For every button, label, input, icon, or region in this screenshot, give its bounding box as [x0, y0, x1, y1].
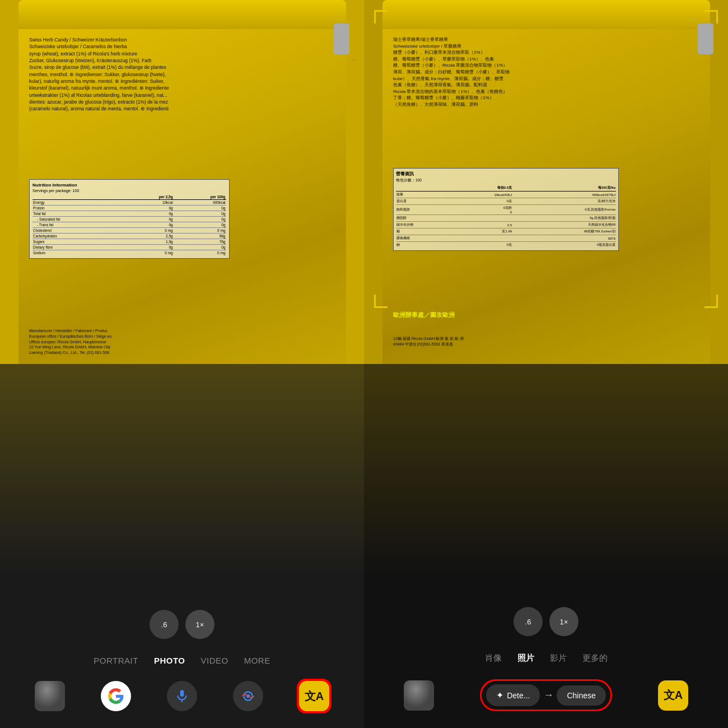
zoom-controls-right: .6 1× [514, 607, 578, 636]
mic-button[interactable] [167, 681, 197, 711]
servings-text: Servings per package: 100 [32, 189, 226, 193]
scan-bracket-bl [374, 295, 388, 308]
zoom-1x-btn-right[interactable]: 1× [549, 607, 578, 636]
canister-lid [18, 0, 346, 31]
mode-more[interactable]: MORE [244, 656, 270, 665]
canister-lid-right [382, 0, 710, 31]
canister-main-text: Swiss Herb Candy / Schweizer Kräuterbonb… [29, 36, 313, 112]
overflow-text-right: ... [353, 56, 364, 62]
lens-button[interactable] [233, 681, 263, 711]
thumbnail-img-right [404, 680, 434, 711]
zoom-point6-btn-right[interactable]: .6 [514, 607, 543, 636]
camera-modes-zh: 肖像 照片 影片 更多的 [485, 653, 608, 664]
nutrition-title: Nutrition Information [32, 183, 226, 188]
thumbnail-left[interactable] [35, 681, 65, 711]
arrow-separator: → [543, 689, 553, 701]
translate-active-button[interactable]: 文A [658, 680, 688, 711]
detect-label: Dete... [507, 691, 530, 700]
thumbnail-img [35, 681, 65, 711]
mode-photo[interactable]: PHOTO [154, 656, 185, 665]
google-logo [108, 688, 124, 704]
top-left-panel: Swiss Herb Candy / Schweizer Kräuterbonb… [0, 0, 364, 364]
nutrition-table: per 2,5g per 100g Energy10kcal400kcal Pr… [32, 194, 226, 255]
canister-notch-right [334, 24, 349, 54]
chinese-button[interactable]: Chinese [557, 685, 605, 706]
thumbnail-right[interactable] [404, 680, 434, 711]
mode-video[interactable]: VIDEO [200, 656, 228, 665]
mic-icon-svg [175, 689, 189, 703]
zoom-controls: .6 1× [150, 610, 214, 639]
bottom-bar-left: 文A [0, 681, 364, 711]
photo-bg-fade-right [364, 364, 728, 575]
cn-manufacturer: 12輛 新疆 Ricola GmbH 歐洲 敬 攻 歐 洲 #0484 中號址(… [393, 336, 677, 347]
zoom-point6-label: .6 [161, 620, 167, 629]
zoom-1x-label: 1× [196, 620, 204, 629]
zoom-point6-label-right: .6 [525, 618, 531, 626]
zoom-1x-label-right: 1× [560, 618, 568, 626]
scan-bracket-tr [704, 10, 718, 24]
top-right-panel: 瑞士香草糖果/瑞士香草糖果 Schweiziske urtebolsjer / … [364, 0, 728, 364]
chinese-label: Chinese [567, 691, 595, 700]
cn-nutrition-table: 每份2.5克 每100克/Na 能量10kcal/42kJ400kcal/167… [396, 185, 616, 248]
nutrition-box-left: Nutrition Information Servings per packa… [29, 179, 230, 259]
canister-right: 瑞士香草糖果/瑞士香草糖果 Schweiziske urtebolsjer / … [364, 0, 728, 364]
cn-servings: 每包分數：100 [396, 178, 616, 183]
sparks-icon: ✦ [496, 690, 503, 701]
manufacturer-text: Manufacturer / Hersteller / Fabricant / … [29, 328, 313, 356]
mode-video-zh[interactable]: 影片 [550, 653, 567, 664]
scan-bracket-br [704, 295, 718, 308]
mode-more-zh[interactable]: 更多的 [582, 653, 608, 664]
bottom-right-panel: .6 1× 肖像 照片 影片 更多的 ✦ Dete... [364, 364, 728, 728]
bottom-left-panel: .6 1× PORTRAIT PHOTO VIDEO MORE [0, 364, 364, 728]
canister-notch-right-2 [698, 24, 713, 54]
translate-active-icon-label: 文A [664, 688, 683, 703]
bottom-bar-right: ✦ Dete... → Chinese 文A [364, 679, 728, 711]
mode-portrait-zh[interactable]: 肖像 [485, 653, 502, 664]
mode-portrait[interactable]: PORTRAIT [94, 656, 138, 665]
translate-button-wrapper: 文A [299, 681, 329, 711]
translate-button[interactable]: 文A [299, 681, 329, 711]
detect-button[interactable]: ✦ Dete... [486, 684, 540, 706]
canister-chinese-text: 瑞士香草糖果/瑞士香草糖果 Schweiziske urtebolsjer / … [393, 36, 677, 108]
cn-nutrition-title: 營養資訊 [396, 171, 616, 177]
photo-bg-fade [0, 364, 364, 575]
zoom-point6-btn[interactable]: .6 [150, 610, 179, 639]
translate-icon-label: 文A [305, 689, 324, 704]
zoom-1x-btn[interactable]: 1× [185, 610, 214, 639]
canister-left: Swiss Herb Candy / Schweizer Kräuterbonb… [0, 0, 364, 364]
translate-active-bar: ✦ Dete... → Chinese [480, 679, 612, 711]
mode-photo-zh[interactable]: 照片 [517, 653, 534, 664]
nutrition-box-right: 營養資訊 每包分數：100 每份2.5克 每100克/Na 能量10kcal/4… [393, 168, 619, 251]
svg-rect-0 [180, 690, 184, 697]
cn-bottom-highlight: 歐洲辦事處／圖攻歐洲 [393, 310, 677, 320]
lens-icon-svg [241, 689, 255, 703]
google-button[interactable] [101, 681, 131, 711]
scan-bracket-tl [374, 10, 388, 24]
camera-modes: PORTRAIT PHOTO VIDEO MORE [94, 656, 270, 665]
